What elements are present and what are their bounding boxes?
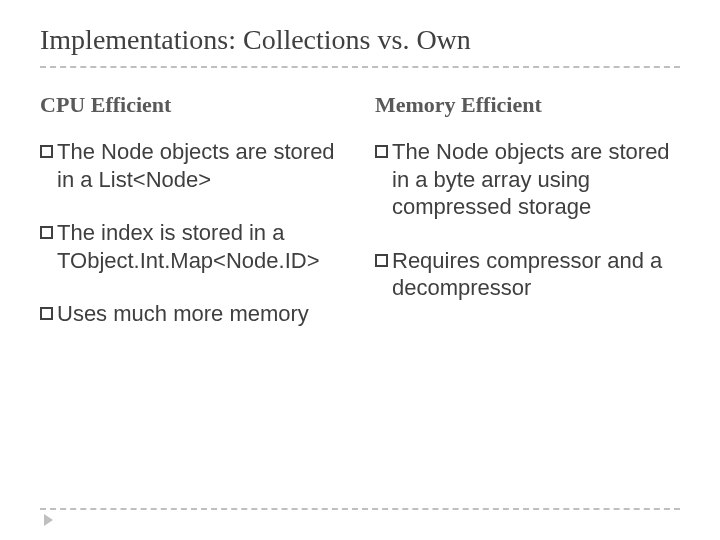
list-item: The Node objects are stored in a byte ar…	[375, 138, 680, 221]
right-heading: Memory Efficient	[375, 92, 680, 118]
bullet-text: Uses much more memory	[57, 300, 345, 328]
bullet-text: Requires compressor and a decompressor	[392, 247, 680, 302]
list-item: The index is stored in a TObject.Int.Map…	[40, 219, 345, 274]
bullet-text: The index is stored in a TObject.Int.Map…	[57, 219, 345, 274]
left-heading: CPU Efficient	[40, 92, 345, 118]
column-left: CPU Efficient The Node objects are store…	[40, 92, 345, 354]
bullet-text: The Node objects are stored in a List<No…	[57, 138, 345, 193]
square-bullet-icon	[375, 145, 388, 158]
title-divider	[40, 66, 680, 68]
list-item: Requires compressor and a decompressor	[375, 247, 680, 302]
list-item: The Node objects are stored in a List<No…	[40, 138, 345, 193]
bullet-text: The Node objects are stored in a byte ar…	[392, 138, 680, 221]
slide: Implementations: Collections vs. Own CPU…	[0, 0, 720, 540]
arrow-right-icon	[44, 514, 53, 526]
columns: CPU Efficient The Node objects are store…	[40, 92, 680, 354]
square-bullet-icon	[40, 307, 53, 320]
column-right: Memory Efficient The Node objects are st…	[375, 92, 680, 354]
list-item: Uses much more memory	[40, 300, 345, 328]
square-bullet-icon	[40, 145, 53, 158]
slide-title: Implementations: Collections vs. Own	[40, 24, 680, 56]
square-bullet-icon	[40, 226, 53, 239]
footer-divider	[40, 508, 680, 510]
square-bullet-icon	[375, 254, 388, 267]
